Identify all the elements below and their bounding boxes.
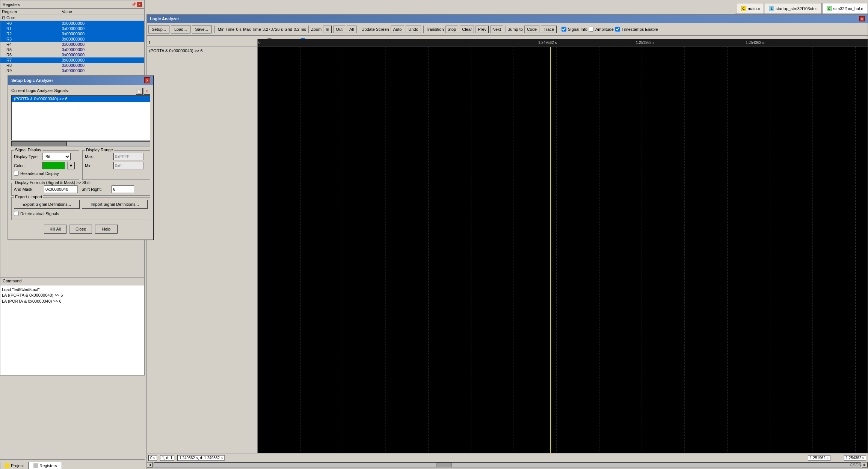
table-row[interactable]: R9 0x00000000 [0, 68, 144, 73]
max-row: Max: [85, 153, 148, 160]
max-input[interactable] [113, 153, 143, 160]
hex-display-checkbox[interactable] [14, 171, 19, 176]
signal-hscroll[interactable] [11, 141, 150, 146]
clear-button[interactable]: Clear [460, 26, 474, 33]
horizontal-scrollbar[interactable] [154, 462, 861, 467]
undo-button[interactable]: Undo [406, 26, 421, 33]
tab-icon-c: C [741, 6, 746, 11]
signal-copy-button[interactable]: 📋 [136, 88, 143, 95]
reg-name-r9: R9 [0, 68, 60, 73]
registers-title: Registers [3, 2, 20, 7]
setup-dialog-title-bar: Setup Logic Analyzer × [8, 76, 153, 85]
reg-value-r5: 0x00000000 [60, 47, 144, 52]
setup-dialog-body: Current Logic Analyzer Signals: 📋 × (POR… [8, 85, 153, 240]
table-row[interactable]: R2 0x00000000 [0, 31, 144, 36]
table-row[interactable]: R0 0x00000000 [0, 21, 144, 26]
display-range-title: Display Range [85, 148, 114, 152]
kill-all-button[interactable]: Kill All [44, 225, 66, 234]
table-row[interactable]: R4 0x00000000 [0, 42, 144, 47]
signal-delete-button[interactable]: × [143, 88, 150, 95]
shift-right-input[interactable] [112, 185, 134, 193]
hex-display-label: Hexadecimal Display [20, 171, 59, 176]
max-label: Max: [85, 154, 111, 159]
la-close-button[interactable]: × [859, 16, 865, 21]
color-picker-button[interactable]: ▼ [67, 162, 75, 169]
signals-header: Current Logic Analyzer Signals: 📋 × [11, 88, 150, 95]
export-signal-button[interactable]: Export Signal Definitions... [14, 200, 80, 209]
zoom-in-button[interactable]: In [323, 26, 332, 33]
reg-value-r3: 0x00000000 [60, 36, 144, 42]
code-button[interactable]: Code [524, 26, 539, 33]
display-type-label: Display Type: [14, 154, 40, 159]
la-main-area: 1 (PORTA & 0x00000040) >> 6 0 1.249562 s… [147, 39, 868, 453]
signal-info-checkbox[interactable] [562, 27, 566, 32]
scroll-left-button[interactable]: ◄ [147, 462, 153, 467]
import-signal-button[interactable]: Import Signal Definitions... [82, 200, 148, 209]
display-type-select[interactable]: Bit Unsigned Signed Hex [42, 153, 71, 160]
tab-main-c[interactable]: C main.c [737, 3, 764, 14]
signal-listbox[interactable]: (PORTA & 0x00000040) >> 6 [11, 95, 150, 140]
dialog-close-button[interactable]: Close [69, 225, 92, 234]
setup-button[interactable]: Setup... [148, 25, 169, 33]
tab-hal-c[interactable]: C stm32f1xx_hal.c [823, 3, 867, 14]
table-row[interactable]: R5 0x00000000 [0, 47, 144, 52]
prev-button[interactable]: Prev [476, 26, 489, 33]
la-signal-name-panel: 1 (PORTA & 0x00000040) >> 6 [147, 39, 258, 453]
command-title: Command [0, 278, 144, 285]
panel-actions: 📌 × [131, 2, 142, 7]
zoom-out-button[interactable]: Out [333, 26, 345, 33]
export-import-title: Export / Import [14, 195, 43, 199]
tab-registers[interactable]: Registers [29, 462, 62, 469]
reg-value-r4: 0x00000000 [60, 42, 144, 47]
display-range-group: Display Range Max: Min: [82, 150, 150, 180]
trace-button[interactable]: Trace [541, 26, 557, 33]
pin-icon[interactable]: 📌 [131, 2, 136, 6]
la-signal-name-item: (PORTA & 0x00000040) >> 6 [147, 47, 257, 107]
stop-button[interactable]: Stop [445, 26, 459, 33]
auto-button[interactable]: Auto [391, 26, 405, 33]
table-row[interactable]: R1 0x00000000 [0, 26, 144, 31]
table-row[interactable]: R6 0x00000000 [0, 52, 144, 57]
help-button[interactable]: Help [95, 225, 118, 234]
amplitude-checkbox-group[interactable]: Amplitude [589, 27, 614, 32]
reg-value-r1: 0x00000000 [60, 26, 144, 31]
bottom-tabs: Project Registers [0, 459, 145, 469]
min-time-value: 0 s [236, 27, 242, 32]
csdn-badge: CSDN ☆ [850, 463, 866, 467]
time-cursor: 1, d: 1 [160, 455, 174, 461]
timestamps-checkbox[interactable] [615, 27, 620, 32]
min-row: Min: [85, 162, 148, 169]
col-value: Value [60, 9, 144, 15]
signal-item[interactable]: (PORTA & 0x00000040) >> 6 [12, 96, 150, 102]
command-line-1: Load "led5\\led5.axf" [2, 287, 143, 293]
table-row[interactable]: R3 0x00000000 [0, 36, 144, 42]
table-row[interactable]: R8 0x00000000 [0, 63, 144, 68]
signal-list-buttons: 📋 × [136, 88, 150, 95]
zoom-all-button[interactable]: All [347, 26, 356, 33]
table-row[interactable]: R7 0x00000000 [0, 57, 144, 63]
amplitude-checkbox[interactable] [589, 27, 594, 32]
registers-close-button[interactable]: × [137, 2, 142, 7]
la-ruler-label: 1 [147, 39, 257, 47]
la-bottom-bar: 0 s 1, d: 1 1.249562 s, d: 1.249562 s 1.… [147, 454, 868, 469]
setup-dialog-close-button[interactable]: × [144, 77, 150, 83]
tab-project[interactable]: Project [0, 462, 29, 469]
signal-info-checkbox-group[interactable]: Signal Info [562, 27, 587, 32]
tab-registers-label: Registers [39, 463, 57, 468]
ruler-end: 1.254362 s [746, 41, 764, 45]
color-row: Color: ▼ [14, 162, 77, 169]
save-button[interactable]: Save... [192, 25, 211, 33]
command-text: Load "led5\\led5.axf" LA ((PORTA & 0x000… [0, 285, 144, 306]
min-input[interactable] [113, 162, 143, 169]
timestamps-checkbox-group[interactable]: Timestamps Enable [615, 27, 658, 32]
la-signal-label: (PORTA & 0x00000040) >> 6 [149, 48, 203, 53]
tab-startup-s[interactable]: S startup_stm32f103xb.s [765, 3, 821, 14]
la-scroll-row[interactable]: ◄ ► [147, 461, 868, 468]
delete-signals-checkbox[interactable] [14, 211, 19, 216]
and-mask-input[interactable] [44, 185, 78, 193]
signal-display-title: Signal Display [14, 148, 42, 152]
load-button[interactable]: Load... [171, 25, 190, 33]
display-settings-row: Signal Display Display Type: Bit Unsigne… [11, 149, 150, 181]
display-formula-group: Display Formula (Signal & Mask) >> Shift… [11, 183, 150, 196]
next-button[interactable]: Next [490, 26, 503, 33]
